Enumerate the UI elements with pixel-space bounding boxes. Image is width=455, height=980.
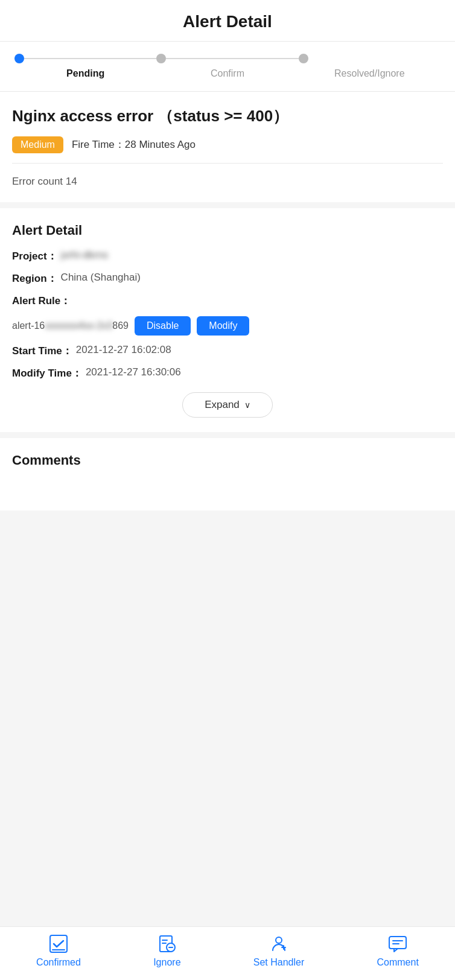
step-line-1 xyxy=(24,58,156,59)
step-label-resolved: Resolved/Ignore xyxy=(334,68,405,79)
nav-ignore[interactable]: Ignore xyxy=(153,934,180,968)
comments-title: Comments xyxy=(12,453,443,468)
page-header: Alert Detail xyxy=(0,0,455,42)
expand-button[interactable]: Expand ∨ xyxy=(182,392,273,418)
step-dot-confirm xyxy=(156,54,166,63)
step-dot-pending xyxy=(14,54,24,63)
expand-label: Expand xyxy=(205,399,240,411)
comments-section: Comments xyxy=(0,438,455,511)
rule-id-suffix: 869 xyxy=(112,320,129,331)
step-pending: Pending xyxy=(14,54,156,79)
status-steps: Pending Confirm Resolved/Ignore xyxy=(0,42,455,92)
project-label: Project： xyxy=(12,249,57,263)
confirmed-icon xyxy=(49,934,68,953)
region-row: Region： China (Shanghai) xyxy=(12,272,443,285)
nav-set-handler[interactable]: Set Handler xyxy=(253,934,305,968)
step-dot-resolved xyxy=(299,54,308,63)
rule-id-prefix: alert-16 xyxy=(12,320,45,331)
svg-point-7 xyxy=(276,937,282,943)
confirmed-label: Confirmed xyxy=(36,957,81,968)
modify-time-row: Modify Time： 2021-12-27 16:30:06 xyxy=(12,366,443,380)
bottom-nav: Confirmed Ignore Set Handler Comment xyxy=(0,926,455,980)
modify-time-label: Modify Time： xyxy=(12,366,82,380)
step-line-2 xyxy=(166,58,298,59)
chevron-down-icon: ∨ xyxy=(244,400,250,410)
start-time-label: Start Time： xyxy=(12,344,72,358)
disable-button[interactable]: Disable xyxy=(135,316,191,336)
start-time-value: 2021-12-27 16:02:08 xyxy=(76,344,171,356)
rule-id: alert-16xxxxxxx4xx-2x3869 xyxy=(12,320,129,331)
alert-rule-row: Alert Rule： xyxy=(12,294,443,308)
nav-comment[interactable]: Comment xyxy=(377,934,419,968)
modify-time-value: 2021-12-27 16:30:06 xyxy=(86,366,181,378)
project-row: Project： jxrhi-dkrns xyxy=(12,249,443,263)
set-handler-label: Set Handler xyxy=(253,957,305,968)
rule-id-middle: xxxxxxx4xx-2x3 xyxy=(45,320,112,331)
project-value: jxrhi-dkrns xyxy=(61,249,108,261)
alert-meta: Medium Fire Time：28 Minutes Ago xyxy=(12,136,443,153)
ignore-icon xyxy=(158,934,177,953)
nav-confirmed[interactable]: Confirmed xyxy=(36,934,81,968)
region-value: China (Shanghai) xyxy=(61,272,141,284)
fire-time: Fire Time：28 Minutes Ago xyxy=(72,138,196,151)
modify-button[interactable]: Modify xyxy=(197,316,249,336)
divider-1 xyxy=(12,163,443,164)
fire-time-value: 28 Minutes Ago xyxy=(125,139,196,150)
ignore-label: Ignore xyxy=(153,957,180,968)
step-label-confirm: Confirm xyxy=(211,68,244,79)
step-resolved: Resolved/Ignore xyxy=(299,54,441,79)
severity-badge: Medium xyxy=(12,136,63,153)
comment-icon xyxy=(388,934,407,953)
fire-time-label: Fire Time： xyxy=(72,139,125,150)
error-count-label: Error count xyxy=(12,176,63,187)
set-handler-icon xyxy=(269,934,288,953)
error-count-value: 14 xyxy=(66,176,77,187)
expand-wrapper: Expand ∨ xyxy=(12,392,443,418)
detail-section-title: Alert Detail xyxy=(12,223,443,238)
region-label: Region： xyxy=(12,272,57,285)
error-count: Error count 14 xyxy=(12,171,443,190)
svg-rect-10 xyxy=(389,937,406,949)
alert-rule-label: Alert Rule： xyxy=(12,294,71,308)
comment-label: Comment xyxy=(377,957,419,968)
page-title: Alert Detail xyxy=(10,12,445,31)
detail-section: Alert Detail Project： jxrhi-dkrns Region… xyxy=(0,208,455,432)
step-label-pending: Pending xyxy=(66,68,104,79)
alert-title: Nginx access error （status >= 400） xyxy=(12,106,443,127)
alert-card: Nginx access error （status >= 400） Mediu… xyxy=(0,92,455,202)
step-confirm: Confirm xyxy=(156,54,298,79)
start-time-row: Start Time： 2021-12-27 16:02:08 xyxy=(12,344,443,358)
rule-id-row: alert-16xxxxxxx4xx-2x3869 Disable Modify xyxy=(12,316,443,336)
